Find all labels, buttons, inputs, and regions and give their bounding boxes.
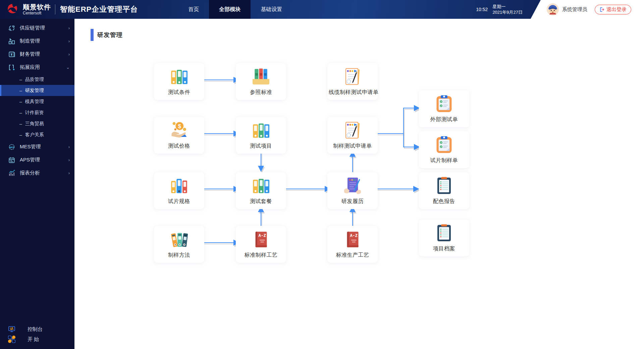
sidebar-subitem-customer-relation[interactable]: 客户关系 [0, 129, 74, 140]
header-datetime: 10:52 星期一 2021年9月27日 [476, 0, 523, 19]
flow-node-label: 配色报告 [420, 198, 468, 205]
sidebar-subitem-triangle-trade[interactable]: 三角贸易 [0, 118, 74, 129]
sidebar-subitem-quality[interactable]: 品质管理 [0, 74, 74, 85]
flow-node-label: 试片规格 [155, 198, 203, 205]
user-name: 系统管理员 [562, 6, 587, 13]
flow-arrows [0, 0, 644, 349]
flow-node-label: 标准生产工艺 [329, 252, 376, 259]
sidebar-item-label: 供应链管理 [20, 25, 68, 31]
sidebar-item-label: 报表分析 [20, 170, 68, 176]
chevron-right-icon: › [68, 26, 70, 31]
finance-icon: ¥ [8, 51, 15, 58]
centersoft-logo-icon [5, 2, 19, 16]
sidebar-subitem-label: 客户关系 [25, 132, 44, 138]
chevron-right-icon: › [68, 157, 70, 162]
binders-icon [251, 120, 271, 140]
tilted-binders-icon [169, 229, 189, 249]
logo: 顺景软件 Centersoft [0, 2, 51, 16]
date: 2021年9月27日 [492, 9, 523, 15]
start-label: 开 始 [28, 336, 39, 343]
flow-node-specimen-sampling-order[interactable]: 试片制样单 [419, 131, 469, 168]
binders-icon [251, 176, 271, 196]
sidebar-subitem-mold[interactable]: 模具管理 [0, 96, 74, 107]
top-header: 顺景软件 Centersoft 智能ERP企业管理平台 首页 全部模块 基础设置… [0, 0, 644, 19]
main-nav: 首页 全部模块 基础设置 [178, 0, 292, 19]
sidebar-subitem-label: 研发管理 [25, 88, 44, 94]
flow-node-label: 研发履历 [329, 198, 376, 205]
flow-node-sampling-test-request[interactable]: 制样测试申请单 [327, 117, 378, 154]
flow-node-test-package[interactable]: 测试套餐 [236, 172, 286, 209]
sidebar-item-aps[interactable]: APS管理 › [0, 153, 74, 166]
divider [55, 4, 55, 14]
sidebar-item-finance[interactable]: ¥ 财务管理 › [0, 48, 74, 61]
document-pen-icon [342, 66, 363, 87]
start-button[interactable]: 开 始 [0, 334, 74, 344]
flow-node-standard-production-process[interactable]: 标准生产工艺 [327, 226, 378, 263]
sidebar-item-label: APS管理 [20, 157, 68, 163]
console-button[interactable]: 控制台 [0, 324, 74, 334]
flow-node-sampling-method[interactable]: 制样方法 [154, 226, 204, 263]
flow-node-label: 项目档案 [420, 245, 468, 252]
flow-node-specimen-spec[interactable]: 试片规格 [154, 172, 204, 209]
sidebar-subitem-rnd[interactable]: 研发管理 [0, 85, 74, 96]
console-label: 控制台 [28, 326, 43, 333]
sidebar-item-mes[interactable]: MES MES管理 › [0, 140, 74, 153]
tab-basic-settings[interactable]: 基础设置 [251, 0, 292, 19]
logo-name: 顺景软件 [23, 3, 51, 11]
sidebar-item-label: 制造管理 [20, 38, 68, 44]
flow-node-reference-standard[interactable]: 参照标准 [236, 63, 286, 100]
money-hand-icon [169, 120, 189, 140]
flow-node-label: 测试价格 [155, 143, 203, 150]
report-chart-icon [8, 169, 15, 177]
chevron-right-icon: › [68, 39, 70, 44]
red-book-az-icon [342, 229, 363, 249]
app-title: 智能ERP企业管理平台 [60, 4, 138, 14]
sidebar-subitem-label: 品质管理 [25, 77, 44, 83]
flow-node-rnd-history[interactable]: 研发履历 [327, 172, 378, 209]
start-icon [8, 336, 15, 343]
flow-node-test-price[interactable]: 测试价格 [154, 117, 204, 154]
flow-node-test-item[interactable]: 测试项目 [236, 117, 286, 154]
arrow-sampling-request-to-specimen-order [404, 134, 419, 147]
navy-clipboard-icon [434, 176, 454, 196]
sidebar-subitem-label: 计件薪资 [25, 110, 44, 116]
flow-node-cable-sampling-test-request[interactable]: 线缆制样测试申请单 [327, 63, 378, 100]
svg-text:MES: MES [9, 146, 14, 148]
flow-node-label: 测试项目 [237, 143, 285, 150]
sidebar-item-label: 财务管理 [20, 51, 68, 57]
tab-all-modules[interactable]: 全部模块 [209, 0, 251, 19]
avatar[interactable] [547, 3, 559, 15]
logout-icon [599, 7, 604, 12]
flow-node-standard-sampling-process[interactable]: 标准制样工艺 [236, 226, 286, 263]
flow-node-label: 制样方法 [155, 252, 203, 259]
sidebar-item-extension-apps[interactable]: 拓展应用 ⌄ [0, 61, 74, 74]
flow-node-external-test-order[interactable]: 外部测试单 [419, 90, 469, 127]
weekday: 星期一 [492, 4, 523, 9]
flow-node-test-condition[interactable]: 测试条件 [154, 63, 204, 100]
flow-node-label: 外部测试单 [420, 116, 468, 123]
sidebar-item-report-analysis[interactable]: 报表分析 › [0, 166, 74, 180]
avatar-image [547, 3, 559, 15]
tab-home[interactable]: 首页 [178, 0, 209, 19]
flow-node-project-archive[interactable]: 项目档案 [419, 219, 469, 256]
sidebar: 供应链管理 › 制造管理 › ¥ 财务管理 › [0, 19, 74, 349]
extension-apps-icon [8, 64, 15, 71]
sidebar-subitem-piece-wage[interactable]: 计件薪资 [0, 107, 74, 118]
sidebar-subitem-label: 三角贸易 [25, 121, 44, 127]
mes-gear-icon: MES [8, 143, 15, 151]
sidebar-item-manufacturing[interactable]: 制造管理 › [0, 35, 74, 48]
chevron-right-icon: › [68, 144, 70, 149]
purple-doc-hands-icon [342, 176, 363, 196]
folder-tray-icon [251, 66, 271, 87]
header-user-area: 系统管理员 退出登录 [531, 0, 644, 19]
flow-node-color-report[interactable]: 配色报告 [419, 172, 469, 209]
logo-subtitle: Centersoft [23, 11, 51, 15]
sidebar-item-supply-chain[interactable]: 供应链管理 › [0, 21, 74, 35]
clock-time: 10:52 [476, 7, 488, 12]
sidebar-footer: 控制台 开 始 [0, 324, 74, 344]
document-pen-icon [342, 120, 363, 140]
arrow-sampling-request-to-external-test [373, 108, 419, 134]
logout-button[interactable]: 退出登录 [595, 5, 631, 14]
svg-text:¥: ¥ [11, 52, 13, 56]
flow-node-label: 参照标准 [237, 89, 285, 96]
